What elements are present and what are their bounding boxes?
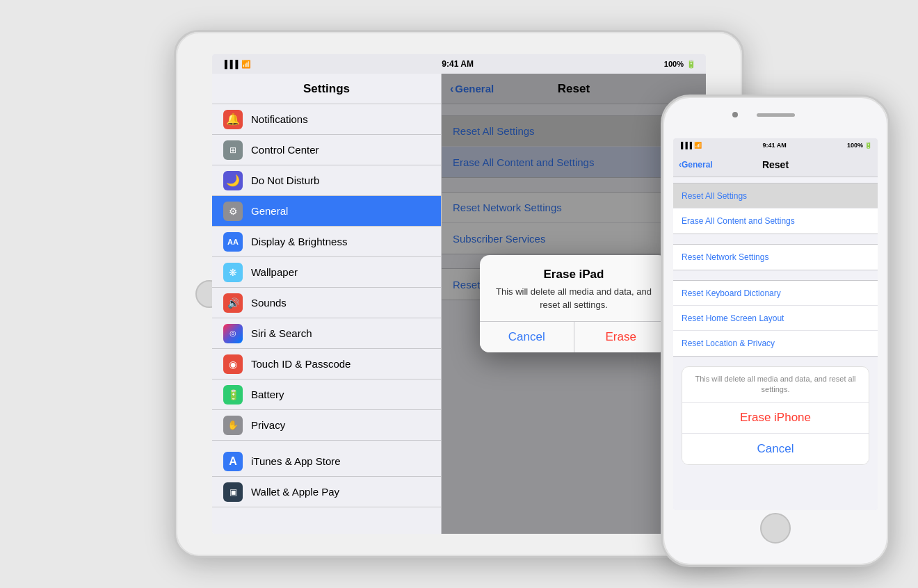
ipad-dialog-erase-button[interactable]: Erase: [574, 322, 668, 352]
iphone-reset-all-label: Reset All Settings: [682, 191, 747, 201]
iphone-reset-network-label: Reset Network Settings: [682, 252, 768, 262]
siri-icon: ◎: [223, 324, 243, 343]
notifications-icon: 🔔: [223, 110, 243, 129]
ipad-wifi-icon: 📶: [241, 60, 251, 69]
iphone-reset-keyboard-label: Reset Keyboard Dictionary: [682, 288, 781, 298]
ipad-dialog-title: Erase iPad: [491, 268, 657, 281]
iphone-bottom: [663, 510, 888, 546]
iphone-section-1: Reset All Settings Erase All Content and…: [673, 183, 878, 234]
ipad-signal-icon: ▐▐▐: [222, 60, 238, 68]
sidebar-item-label: Siri & Search: [251, 327, 312, 339]
ipad-cancel-label: Cancel: [508, 330, 545, 344]
sidebar-item-siri-search[interactable]: ◎ Siri & Search: [212, 318, 441, 349]
ipad-device: ▐▐▐ 📶 9:41 AM 100% 🔋 Settings 🔔 Notifica…: [174, 30, 744, 558]
iphone-erase-iphone-button[interactable]: Erase iPhone: [682, 403, 869, 434]
iphone-top: [663, 97, 888, 138]
sidebar-item-touch-id[interactable]: ◉ Touch ID & Passcode: [212, 349, 441, 379]
iphone-content: Reset All Settings Erase All Content and…: [673, 177, 878, 510]
sidebar-item-label: iTunes & App Store: [251, 455, 341, 467]
iphone-camera-icon: [732, 112, 738, 117]
ipad-erase-label: Erase: [606, 330, 636, 344]
sidebar-item-label: Notifications: [251, 113, 308, 125]
wallpaper-icon: ❋: [223, 263, 243, 282]
iphone-home-button[interactable]: [760, 513, 791, 544]
sidebar-item-label: Do Not Disturb: [251, 174, 319, 186]
iphone-erase-all-label: Erase All Content and Settings: [682, 216, 795, 226]
iphone-nav-title: Reset: [762, 159, 789, 170]
iphone-back-button[interactable]: ‹ General: [679, 160, 713, 170]
ipad-sidebar-header: Settings: [212, 74, 441, 104]
iphone-section-3: Reset Keyboard Dictionary Reset Home Scr…: [673, 280, 878, 357]
ipad-dialog-buttons: Cancel Erase: [480, 321, 668, 352]
iphone-reset-network[interactable]: Reset Network Settings: [673, 245, 878, 270]
ipad-dialog-cancel-button[interactable]: Cancel: [480, 322, 574, 352]
iphone-reset-location-privacy[interactable]: Reset Location & Privacy: [673, 331, 878, 356]
sidebar-item-general[interactable]: ⚙ General: [212, 196, 441, 227]
sidebar-item-sounds[interactable]: 🔊 Sounds: [212, 288, 441, 318]
sidebar-title: Settings: [303, 82, 350, 96]
iphone-nav-bar: ‹ General Reset: [673, 152, 878, 177]
general-icon: ⚙: [223, 202, 243, 221]
iphone-back-label: General: [682, 160, 713, 170]
wallet-icon: ▣: [223, 482, 243, 502]
iphone-wifi-icon: 📶: [694, 142, 702, 149]
ipad-status-left: ▐▐▐ 📶: [222, 60, 251, 69]
iphone-time: 9:41 AM: [762, 142, 786, 149]
display-brightness-icon: AA: [223, 232, 243, 252]
sidebar-item-label: Control Center: [251, 144, 319, 156]
iphone-reset-home-label: Reset Home Screen Layout: [682, 313, 784, 323]
iphone-list: Reset All Settings Erase All Content and…: [673, 177, 878, 476]
touch-id-icon: ◉: [223, 354, 243, 374]
ipad-battery-label: 100%: [664, 60, 684, 68]
sidebar-item-do-not-disturb[interactable]: 🌙 Do Not Disturb: [212, 165, 441, 196]
iphone-signal: ▐▐▐ 📶: [679, 142, 702, 149]
iphone-reset-keyboard[interactable]: Reset Keyboard Dictionary: [673, 281, 878, 306]
sidebar-item-label: General: [251, 205, 288, 217]
ipad-status-time: 9:41 AM: [442, 59, 474, 69]
ipad-status-right: 100% 🔋: [664, 60, 696, 69]
sidebar-item-control-center[interactable]: ⊞ Control Center: [212, 135, 441, 165]
ipad-sidebar: Settings 🔔 Notifications ⊞ Control Cente…: [212, 74, 442, 534]
sidebar-item-label: Battery: [251, 389, 284, 400]
do-not-disturb-icon: 🌙: [223, 171, 243, 190]
iphone-screen: ▐▐▐ 📶 9:41 AM 100% 🔋 ‹ General Reset: [673, 138, 878, 510]
ipad-dialog-message: This will delete all media and data, and…: [491, 286, 657, 311]
sidebar-item-label: Sounds: [251, 297, 287, 309]
iphone-battery: 100% 🔋: [847, 142, 872, 149]
sidebar-item-notifications[interactable]: 🔔 Notifications: [212, 104, 441, 135]
sidebar-item-wallpaper[interactable]: ❋ Wallpaper: [212, 257, 441, 288]
sidebar-item-label: Display & Brightness: [251, 236, 347, 247]
sounds-icon: 🔊: [223, 293, 243, 313]
iphone-battery-label: 100%: [847, 142, 863, 149]
control-center-icon: ⊞: [223, 140, 243, 160]
ipad-dialog-content: Erase iPad This will delete all media an…: [480, 255, 668, 320]
iphone-signal-icon: ▐▐▐: [679, 142, 692, 149]
sidebar-item-itunes[interactable]: A iTunes & App Store: [212, 446, 441, 477]
iphone-status-bar: ▐▐▐ 📶 9:41 AM 100% 🔋: [673, 138, 878, 152]
iphone-speaker-icon: [757, 113, 795, 117]
privacy-icon: ✋: [223, 416, 243, 435]
sidebar-item-label: Wallet & Apple Pay: [251, 486, 339, 498]
sidebar-item-label: Touch ID & Passcode: [251, 358, 351, 370]
sidebar-item-label: Wallpaper: [251, 266, 298, 278]
iphone-cancel-button[interactable]: Cancel: [682, 434, 869, 464]
battery-icon: 🔋: [223, 385, 243, 405]
iphone-battery-icon: 🔋: [864, 142, 872, 149]
itunes-icon: A: [223, 452, 243, 471]
iphone-reset-home-screen[interactable]: Reset Home Screen Layout: [673, 306, 878, 331]
iphone-erase-all[interactable]: Erase All Content and Settings: [673, 209, 878, 234]
sidebar-item-privacy[interactable]: ✋ Privacy: [212, 410, 441, 441]
ipad-screen: ▐▐▐ 📶 9:41 AM 100% 🔋 Settings 🔔 Notifica…: [212, 54, 706, 534]
sidebar-item-wallet[interactable]: ▣ Wallet & Apple Pay: [212, 477, 441, 507]
iphone-reset-all-settings[interactable]: Reset All Settings: [673, 183, 878, 209]
iphone-device: ▐▐▐ 📶 9:41 AM 100% 🔋 ‹ General Reset: [661, 95, 890, 567]
iphone-cancel-label: Cancel: [757, 442, 794, 456]
sidebar-item-label: Privacy: [251, 419, 285, 431]
iphone-action-message: This will delete all media and data, and…: [682, 367, 869, 403]
iphone-erase-label: Erase iPhone: [740, 411, 811, 425]
ipad-erase-dialog: Erase iPad This will delete all media an…: [480, 255, 668, 352]
sidebar-item-display-brightness[interactable]: AA Display & Brightness: [212, 227, 441, 257]
iphone-action-sheet: This will delete all media and data, and…: [682, 366, 869, 465]
sidebar-item-battery[interactable]: 🔋 Battery: [212, 379, 441, 410]
ipad-battery-icon: 🔋: [686, 60, 696, 69]
